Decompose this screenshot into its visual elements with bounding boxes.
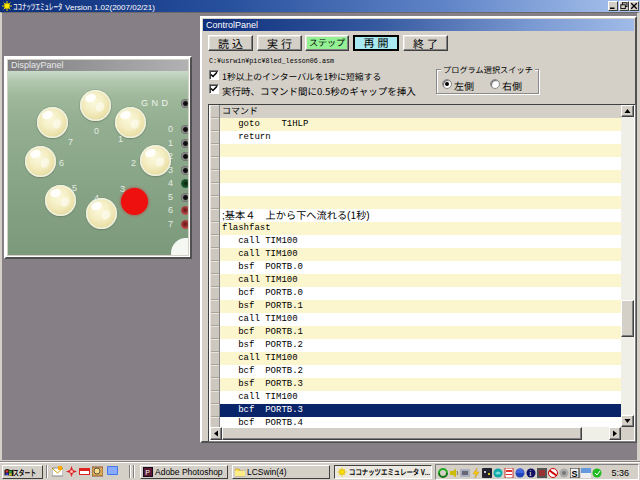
svg-text:P: P bbox=[145, 469, 150, 476]
svg-text:S: S bbox=[572, 469, 578, 479]
